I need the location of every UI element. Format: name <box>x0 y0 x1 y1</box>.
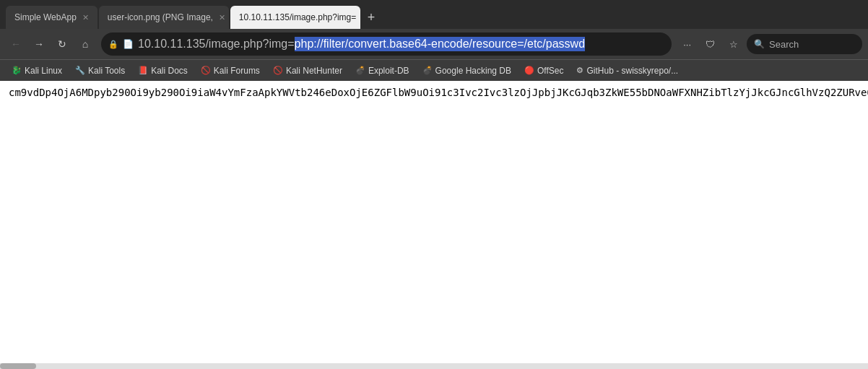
forward-button[interactable]: → <box>29 34 49 54</box>
bookmark-kali-nethunter-label: Kali NetHunter <box>286 66 342 76</box>
address-selected-part: php://filter/convert.base64-encode/resou… <box>295 37 585 51</box>
tab-usericon[interactable]: user-icon.png (PNG Image, ✕ <box>99 6 229 29</box>
kali-forums-icon: 🚫 <box>201 66 211 75</box>
search-icon: 🔍 <box>754 39 765 49</box>
bookmark-exploit-db[interactable]: 💣 Exploit-DB <box>350 64 415 77</box>
security-icon: 🔒 <box>108 40 118 49</box>
bookmark-kali-forums-label: Kali Forums <box>214 66 260 76</box>
search-placeholder: Search <box>769 39 799 50</box>
search-box[interactable]: 🔍 Search <box>747 34 862 54</box>
kali-docs-icon: 📕 <box>138 66 148 75</box>
bookmark-github-label: GitHub - swisskyrepo/... <box>586 66 678 76</box>
bookmark-kali-forums[interactable]: 🚫 Kali Forums <box>195 64 266 77</box>
bookmark-github[interactable]: ⚙ GitHub - swisskyrepo/... <box>570 64 684 77</box>
reader-icon: 📄 <box>123 39 134 49</box>
tab-image[interactable]: 10.10.11.135/image.php?img= ✕ <box>230 6 360 29</box>
bookmark-exploit-db-label: Exploit-DB <box>368 66 409 76</box>
bookmark-kali-tools-label: Kali Tools <box>88 66 125 76</box>
bookmark-kali-nethunter[interactable]: 🚫 Kali NetHunter <box>267 64 348 77</box>
refresh-button[interactable]: ↻ <box>52 34 72 54</box>
bookmark-kali-linux-label: Kali Linux <box>25 66 62 76</box>
google-hacking-icon: 💣 <box>422 66 433 75</box>
back-button[interactable]: ← <box>6 34 26 54</box>
star-button[interactable]: ☆ <box>724 34 744 54</box>
kali-linux-icon: 🐉 <box>12 66 22 75</box>
title-bar: Simple WebApp ✕ user-icon.png (PNG Image… <box>0 0 868 29</box>
bookmark-kali-docs-label: Kali Docs <box>151 66 188 76</box>
bookmarks-bar: 🐉 Kali Linux 🔧 Kali Tools 📕 Kali Docs 🚫 … <box>0 59 868 81</box>
address-bar-container[interactable]: 🔒 📄 10.10.11.135/image.php?img=php://fil… <box>101 32 672 56</box>
offsec-icon: 🔴 <box>524 66 534 75</box>
exploit-db-icon: 💣 <box>355 66 365 75</box>
github-icon: ⚙ <box>576 66 583 75</box>
bookmark-google-hacking-label: Google Hacking DB <box>435 66 511 76</box>
bookmark-kali-docs[interactable]: 📕 Kali Docs <box>132 64 194 77</box>
address-normal-part: 10.10.11.135/image.php?img= <box>138 38 295 51</box>
home-button[interactable]: ⌂ <box>75 34 95 54</box>
bookmark-google-hacking[interactable]: 💣 Google Hacking DB <box>417 64 517 77</box>
kali-nethunter-icon: 🚫 <box>273 66 283 75</box>
close-tab-usericon[interactable]: ✕ <box>219 13 225 22</box>
kali-tools-icon: 🔧 <box>75 66 85 75</box>
scroll-thumb[interactable] <box>0 363 36 369</box>
tab-usericon-label: user-icon.png (PNG Image, <box>108 12 213 22</box>
tab-webapp[interactable]: Simple WebApp ✕ <box>6 6 97 29</box>
new-tab-button[interactable]: + <box>362 6 381 29</box>
address-text: 10.10.11.135/image.php?img=php://filter/… <box>138 37 664 51</box>
bookmark-offsec-label: OffSec <box>537 66 563 76</box>
page-content: cm9vdDp4OjA6MDpyb290Oi9yb290Oi9iaW4vYmFz… <box>0 81 868 363</box>
page-text: cm9vdDp4OjA6MDpyb290Oi9yb290Oi9iaW4vYmFz… <box>9 87 859 98</box>
bookmark-kali-tools[interactable]: 🔧 Kali Tools <box>69 64 131 77</box>
tab-image-label: 10.10.11.135/image.php?img= <box>239 12 356 22</box>
horizontal-scrollbar[interactable] <box>0 363 868 369</box>
tab-webapp-label: Simple WebApp <box>14 12 77 22</box>
menu-dots-button[interactable]: ··· <box>677 34 697 54</box>
close-tab-webapp[interactable]: ✕ <box>82 13 89 22</box>
nav-bar: ← → ↻ ⌂ 🔒 📄 10.10.11.135/image.php?img=p… <box>0 29 868 59</box>
bookmark-kali-linux[interactable]: 🐉 Kali Linux <box>6 64 68 77</box>
shield-button[interactable]: 🛡 <box>700 34 721 54</box>
bookmark-offsec[interactable]: 🔴 OffSec <box>518 64 569 77</box>
